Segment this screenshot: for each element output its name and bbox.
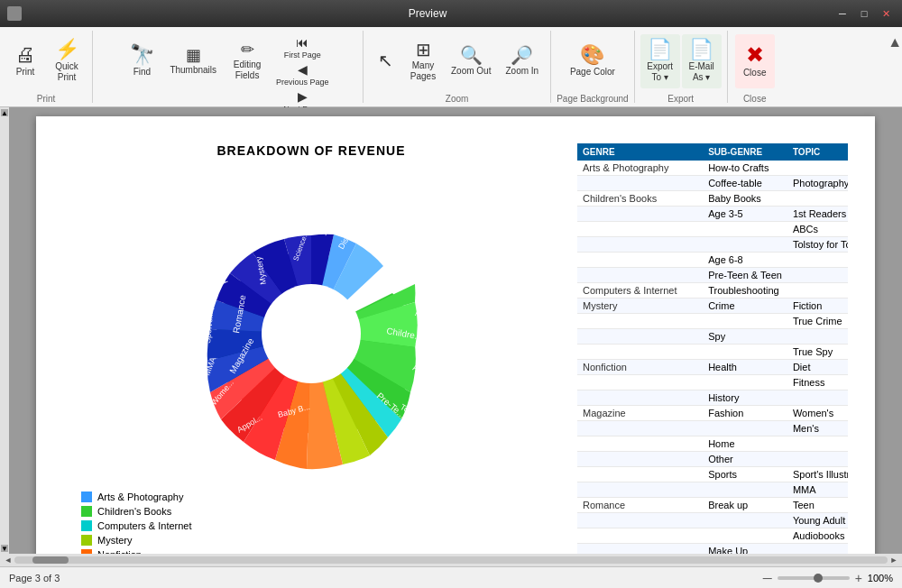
email-icon: 📄 <box>689 40 713 60</box>
subgenre-cell: Break up <box>703 498 787 513</box>
zoom-out-button[interactable]: 🔍 Zoom Out <box>445 34 497 88</box>
zoom-slider[interactable] <box>778 576 850 580</box>
quick-print-icon: ⚡ <box>55 40 79 60</box>
select-icon: ↖ <box>378 51 393 69</box>
genre-cell <box>577 253 703 268</box>
scroll-up-arrow[interactable]: ▲ <box>1 109 8 116</box>
quick-print-button[interactable]: ⚡ QuickPrint <box>47 34 87 88</box>
ribbon-collapse-button[interactable]: ▲ <box>888 34 902 51</box>
thumbnails-button[interactable]: ▦ Thumbnails <box>163 34 223 88</box>
genre-cell <box>577 222 703 237</box>
subgenre-cell: Health <box>703 360 787 375</box>
scrollbar-bottom[interactable]: ◄ ► <box>0 554 902 566</box>
subgenre-cell: Age 6-8 <box>703 253 787 268</box>
subgenre-cell: Baby Books <box>703 191 787 207</box>
ribbon-group-page-bg: 🎨 Page Color Page Background <box>551 31 635 103</box>
subgenre-cell <box>703 421 787 436</box>
close-window-button[interactable]: ✕ <box>877 5 895 23</box>
zoom-in-status-button[interactable]: + <box>855 571 862 585</box>
window-title: Preview <box>22 7 833 20</box>
topic-cell <box>787 436 848 452</box>
genre-cell <box>577 452 703 467</box>
table-row: Spy $ 6,516.00 <box>577 329 848 345</box>
topic-cell <box>787 191 848 207</box>
previous-page-button[interactable]: ◀ Previous Page <box>272 61 334 87</box>
genre-cell: Arts & Photography <box>577 161 703 176</box>
genre-cell <box>577 237 703 253</box>
window-controls: ─ □ ✕ <box>833 5 895 23</box>
subgenre-cell <box>703 314 787 329</box>
scroll-down-arrow[interactable]: ▼ <box>1 545 8 552</box>
subgenre-cell: Crime <box>703 299 787 314</box>
subgenre-cell: Home <box>703 436 787 452</box>
first-page-icon: ⏮ <box>296 35 308 50</box>
table-row: Coffee-table Photography $ 2,309.00 <box>577 176 848 191</box>
scroll-right-arrow[interactable]: ► <box>888 554 900 566</box>
page-bg-label: Page Background <box>557 92 629 106</box>
svg-text:Age 6-8: Age 6-8 <box>380 440 405 468</box>
scroll-thumb[interactable] <box>32 556 69 564</box>
table-row: Magazine Fashion Women's $ 7,315.00 <box>577 406 848 421</box>
subgenre-cell: Coffee-table <box>703 176 787 191</box>
topic-cell: Audiobooks <box>787 528 848 544</box>
email-as-button[interactable]: 📄 E-MailAs ▾ <box>682 34 722 88</box>
page-content: BREAKDOWN OF REVENUE <box>63 143 848 554</box>
zoom-in-button[interactable]: 🔎 Zoom In <box>499 34 545 88</box>
zoom-slider-thumb[interactable] <box>814 574 823 583</box>
genre-cell <box>577 528 703 544</box>
zoom-out-status-button[interactable]: ─ <box>763 571 772 585</box>
print-button[interactable]: 🖨 Print <box>5 34 45 88</box>
title-bar-left <box>7 6 22 21</box>
genre-cell: Nonfiction <box>577 360 703 375</box>
topic-cell <box>787 283 848 299</box>
print-group-label: Print <box>37 92 56 106</box>
svg-text:Pre-Te...: Pre-Te... <box>354 458 373 490</box>
topic-cell: Fitness <box>787 375 848 390</box>
subgenre-cell: History <box>703 390 787 406</box>
select-tool-button[interactable]: ↖ <box>369 34 401 88</box>
page-color-icon: 🎨 <box>580 45 604 65</box>
topic-header: TOPIC <box>787 143 848 161</box>
find-button[interactable]: 🔭 Find <box>122 34 161 88</box>
genre-cell <box>577 544 703 555</box>
editing-icon: ✏ <box>241 41 254 58</box>
scrollbar-left[interactable]: ▲ ▼ <box>0 107 9 554</box>
legend-color-mystery <box>81 535 92 546</box>
zoom-group-label: Zoom <box>446 92 469 106</box>
app-icon <box>7 6 22 21</box>
subgenre-cell <box>703 345 787 360</box>
topic-cell: True Spy <box>787 345 848 360</box>
close-preview-button[interactable]: ✖ Close <box>735 34 775 88</box>
subgenre-cell: Spy <box>703 329 787 345</box>
table-row: Age 6-8 $ 14,046.00 <box>577 253 848 268</box>
first-page-button[interactable]: ⏮ First Page <box>272 34 334 60</box>
table-row: Age 3-5 1st Readers $ 24,514.00 <box>577 207 848 222</box>
subgenre-cell: Fashion <box>703 406 787 421</box>
genre-cell <box>577 345 703 360</box>
editing-fields-button[interactable]: ✏ EditingFields <box>225 34 270 88</box>
genre-cell <box>577 176 703 191</box>
genre-cell: Mystery <box>577 299 703 314</box>
topic-cell: Teen <box>787 498 848 513</box>
export-to-button[interactable]: 📄 ExportTo ▾ <box>640 34 680 88</box>
ribbon-group-zoom: ↖ ⊞ ManyPages 🔍 Zoom Out 🔎 Zoom In Zoom <box>364 31 551 103</box>
chart-container: Disc... Fitn... 1st Rea... Age 3-5 ABCs … <box>63 167 559 510</box>
scroll-track[interactable] <box>14 556 888 564</box>
svg-text:True Cr...: True Cr... <box>202 278 216 312</box>
topic-cell: Young Adult <box>787 513 848 528</box>
topic-cell: ABCs <box>787 222 848 237</box>
close-ribbon-icon: ✖ <box>746 44 764 66</box>
thumbnails-icon: ▦ <box>186 47 201 63</box>
minimize-button[interactable]: ─ <box>833 5 851 23</box>
svg-point-0 <box>262 284 361 383</box>
page-color-button[interactable]: 🎨 Page Color <box>564 34 621 88</box>
subgenre-cell <box>703 482 787 498</box>
many-pages-button[interactable]: ⊞ ManyPages <box>403 34 443 88</box>
topic-cell: 1st Readers <box>787 207 848 222</box>
scroll-left-arrow[interactable]: ◄ <box>2 554 14 566</box>
chart-area: BREAKDOWN OF REVENUE <box>63 143 559 554</box>
genre-cell: Computers & Internet <box>577 283 703 299</box>
maximize-button[interactable]: □ <box>855 5 873 23</box>
topic-cell <box>787 253 848 268</box>
topic-cell <box>787 268 848 283</box>
